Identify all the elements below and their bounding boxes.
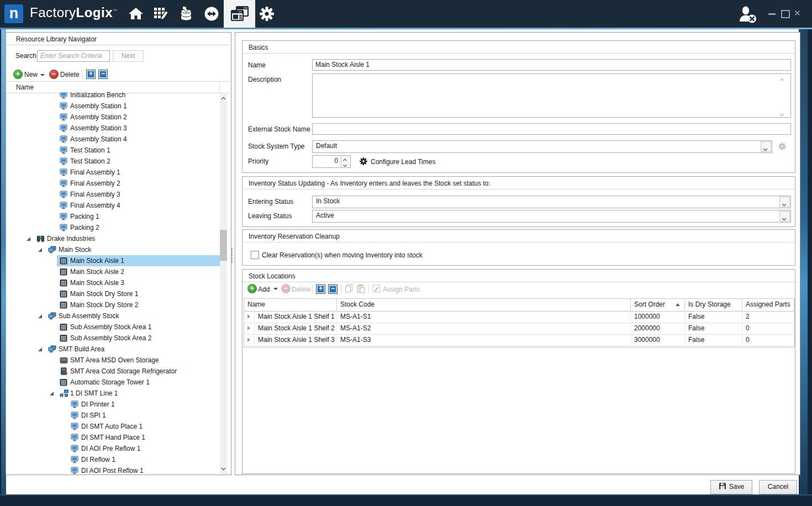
tree-item[interactable]: Assembly Station 3 bbox=[7, 123, 220, 134]
resource-library-icon[interactable] bbox=[230, 6, 250, 22]
tree-item[interactable]: Final Assembly 4 bbox=[7, 200, 220, 211]
settings-icon[interactable] bbox=[259, 6, 276, 22]
tree-item[interactable]: DI SPI 1 bbox=[7, 410, 220, 421]
stepper-up-button[interactable] bbox=[341, 156, 350, 162]
new-dropdown-caret[interactable] bbox=[40, 74, 45, 76]
save-button[interactable]: Save bbox=[710, 480, 752, 494]
materials-icon[interactable] bbox=[177, 6, 195, 22]
next-button[interactable]: Next bbox=[113, 50, 144, 62]
tree-item[interactable]: Sub Assembly Stock bbox=[7, 310, 220, 321]
delete-button[interactable]: Delete bbox=[292, 283, 311, 296]
assign-parts-button[interactable]: Assign Parts bbox=[383, 283, 420, 296]
column-header-assigned-parts[interactable]: Assigned Parts bbox=[742, 299, 794, 310]
tree-expander-icon[interactable] bbox=[38, 347, 42, 351]
panel-splitter[interactable] bbox=[231, 248, 233, 262]
tree-item[interactable]: DI SMT Auto Place 1 bbox=[7, 421, 220, 432]
stock-system-type-dropdown[interactable]: Default bbox=[312, 140, 772, 153]
name-input[interactable]: Main Stock Aisle 1 bbox=[312, 59, 791, 71]
minimize-button[interactable] bbox=[768, 13, 776, 15]
copy-icon[interactable] bbox=[345, 284, 354, 295]
stepper-down-button[interactable] bbox=[341, 162, 350, 167]
lead-times-gear-icon[interactable] bbox=[359, 157, 368, 167]
tree-item[interactable]: DI Printer 1 bbox=[7, 399, 220, 410]
tree-scrollbar[interactable] bbox=[220, 92, 227, 474]
tree-item[interactable]: Assembly Station 1 bbox=[7, 101, 220, 112]
tree-item[interactable]: Final Assembly 1 bbox=[7, 167, 220, 178]
tree-item[interactable]: 1 DI SMT Line 1 bbox=[7, 388, 220, 399]
maximize-button[interactable] bbox=[781, 10, 790, 18]
transfer-icon[interactable] bbox=[203, 6, 221, 22]
tree-expander-icon[interactable] bbox=[27, 237, 30, 241]
table-row[interactable]: Main Stock Aisle 1 Shelf 2MS-A1-S2200000… bbox=[244, 323, 794, 335]
tree-item[interactable]: Initialization Bench bbox=[7, 92, 220, 101]
close-button[interactable]: ✕ bbox=[794, 8, 801, 18]
row-expander-icon[interactable] bbox=[247, 314, 250, 319]
tree-item[interactable]: Packing 2 bbox=[7, 222, 220, 233]
tree-item[interactable]: Test Station 2 bbox=[7, 156, 220, 167]
tree-item[interactable]: Assembly Station 4 bbox=[7, 134, 220, 145]
row-expander-icon[interactable] bbox=[247, 338, 250, 342]
dropdown-button[interactable] bbox=[779, 211, 790, 222]
tree-item[interactable]: Automatic Storage Tower 1 bbox=[7, 377, 220, 388]
expand-all-button[interactable]: + bbox=[86, 70, 96, 79]
planning-icon[interactable] bbox=[152, 6, 170, 22]
tree-item[interactable]: Main Stock Dry Store 1 bbox=[7, 288, 220, 299]
tree-item[interactable]: Sub Assembly Stock Area 1 bbox=[7, 321, 220, 333]
delete-button[interactable]: Delete bbox=[60, 71, 80, 78]
column-header-is-dry-storage[interactable]: Is Dry Storage bbox=[685, 299, 742, 310]
collapse-all-rows-button[interactable]: − bbox=[328, 284, 338, 294]
tree-expander-icon[interactable] bbox=[38, 314, 42, 318]
table-row[interactable]: Main Stock Aisle 1 Shelf 3MS-A1-S3300000… bbox=[244, 334, 794, 346]
tree-item[interactable]: Drake Industries bbox=[7, 233, 220, 244]
tree-item[interactable]: SMT Area Cold Storage Refrigerator bbox=[7, 366, 220, 377]
configure-lead-times-link[interactable]: Configure Lead Times bbox=[371, 156, 435, 167]
tree-item[interactable]: Test Station 1 bbox=[7, 145, 220, 156]
tree-item[interactable]: SMT Build Area bbox=[7, 344, 220, 355]
priority-stepper[interactable]: 0 bbox=[312, 155, 351, 168]
tree-item[interactable]: Main Stock Aisle 3 bbox=[7, 277, 220, 288]
leaving-status-dropdown[interactable]: Active bbox=[312, 210, 791, 223]
tree-item[interactable]: DI AOI Pre Reflow 1 bbox=[7, 443, 220, 454]
row-expander-icon[interactable] bbox=[247, 326, 250, 330]
scroll-up-icon[interactable] bbox=[221, 94, 226, 102]
textarea-scroll-up-icon[interactable] bbox=[779, 75, 784, 83]
tree-item[interactable]: DI SMT Hand Place 1 bbox=[7, 432, 220, 443]
tree-item[interactable]: SMT Area MSD Oven Storage bbox=[7, 355, 220, 366]
add-dropdown-caret[interactable] bbox=[273, 288, 278, 290]
scrollbar-thumb[interactable] bbox=[220, 230, 227, 261]
tree-item[interactable]: Final Assembly 3 bbox=[7, 189, 220, 200]
tree-expander-icon[interactable] bbox=[50, 392, 54, 396]
tree-item[interactable]: Packing 1 bbox=[7, 211, 220, 222]
clear-reservations-checkbox[interactable] bbox=[251, 251, 259, 259]
tree-item[interactable]: Sub Assembly Stock Area 2 bbox=[7, 333, 220, 344]
tree-expander-icon[interactable] bbox=[38, 248, 42, 252]
table-row[interactable]: Main Stock Aisle 1 Shelf 1MS-A1-S1100000… bbox=[244, 311, 794, 323]
tree-item[interactable]: Final Assembly 2 bbox=[7, 178, 220, 189]
user-logout-icon[interactable] bbox=[738, 5, 758, 25]
tree-item[interactable]: Assembly Station 2 bbox=[7, 112, 220, 123]
column-header-sort-order[interactable]: Sort Order bbox=[631, 299, 685, 310]
search-input[interactable]: Enter Search Criteria bbox=[37, 50, 110, 62]
tree-item[interactable]: Main Stock bbox=[7, 244, 220, 255]
external-stock-name-input[interactable] bbox=[312, 123, 791, 135]
new-button[interactable]: New bbox=[24, 71, 38, 78]
collapse-all-button[interactable]: − bbox=[98, 70, 108, 79]
dropdown-button[interactable] bbox=[761, 141, 771, 152]
add-button[interactable]: Add bbox=[258, 283, 270, 296]
dropdown-button[interactable] bbox=[779, 197, 790, 207]
description-textarea[interactable] bbox=[312, 73, 791, 118]
expand-all-rows-button[interactable]: + bbox=[316, 284, 325, 294]
tree-item[interactable]: Main Stock Aisle 1 bbox=[7, 255, 220, 266]
column-header-stock-code[interactable]: Stock Code bbox=[337, 299, 631, 310]
entering-status-dropdown[interactable]: In Stock bbox=[312, 196, 791, 208]
paste-icon[interactable] bbox=[356, 284, 365, 295]
tree-item[interactable]: Main Stock Aisle 2 bbox=[7, 266, 220, 277]
tree-item[interactable]: DI Reflow 1 bbox=[7, 454, 220, 465]
tree-item[interactable]: Main Stock Dry Store 2 bbox=[7, 299, 220, 310]
column-header-name[interactable]: Name bbox=[244, 299, 337, 310]
scroll-down-icon[interactable] bbox=[221, 465, 226, 472]
tree-item[interactable]: DI AOI Post Reflow 1 bbox=[7, 465, 220, 474]
cancel-button[interactable]: Cancel bbox=[759, 480, 797, 494]
textarea-scroll-down-icon[interactable] bbox=[779, 110, 784, 118]
stock-system-gear-icon[interactable] bbox=[778, 142, 787, 152]
